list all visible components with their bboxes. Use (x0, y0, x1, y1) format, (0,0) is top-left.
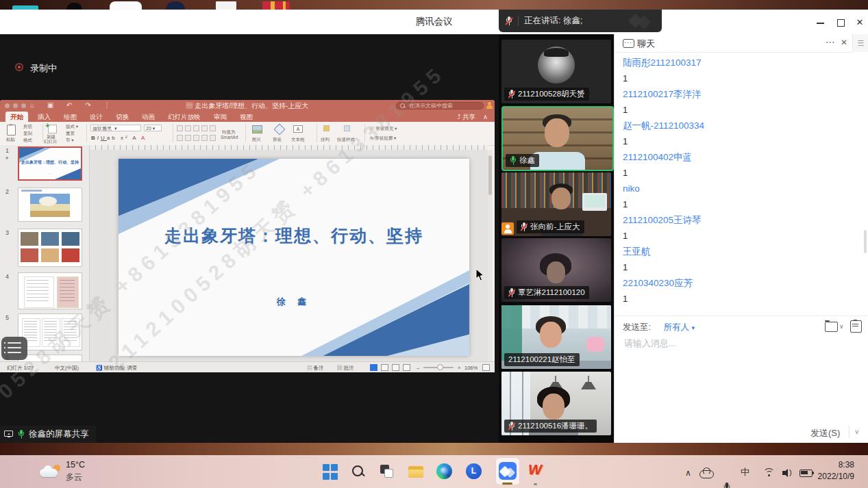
slideshow-button[interactable] (403, 364, 410, 371)
justify-button[interactable] (201, 135, 208, 141)
canvas-scrollbar[interactable] (488, 150, 493, 361)
accessibility-indicator[interactable]: ♿ 辅助功能: 调查 (96, 365, 138, 372)
taskbar-search-button[interactable] (350, 463, 367, 480)
quick-styles-icon[interactable] (344, 125, 350, 131)
video-tile-4[interactable]: 覃艺淋2112100120 (501, 238, 611, 302)
ppt-search-box[interactable] (396, 102, 484, 110)
clock-time[interactable]: 8:38 (812, 460, 854, 470)
paste-label[interactable]: 粘贴 (6, 137, 15, 143)
shape-fill-button[interactable]: ▨ 形状填充 ▾ (370, 126, 397, 132)
slide-4-thumbnail[interactable] (18, 272, 82, 309)
zoom-level[interactable]: 106% (464, 365, 478, 371)
weather-condition[interactable]: 多云 (66, 472, 82, 483)
white-app-icon[interactable] (110, 1, 142, 10)
layout-button[interactable]: 版式 ▾ (66, 124, 78, 130)
insert-shape-icon[interactable] (274, 124, 286, 136)
fit-window-button[interactable] (482, 364, 490, 371)
tab-animations[interactable]: 动画 (137, 112, 160, 122)
onedrive-icon[interactable] (699, 470, 714, 478)
file-chevron-icon[interactable]: ∨ (839, 323, 844, 330)
video-tile-1[interactable]: 2112100528胡天赟 (501, 40, 611, 103)
chat-menu-button[interactable]: ☰ (852, 34, 868, 52)
tab-draw[interactable]: 绘图 (59, 112, 82, 122)
video-tile-6[interactable]: 2112100516潘珊珊。 (501, 372, 611, 435)
tab-insert[interactable]: 插入 (33, 112, 55, 122)
zoom-slider-knob[interactable] (437, 364, 443, 370)
minimize-button[interactable] (813, 16, 828, 29)
spacing-button[interactable] (201, 125, 208, 131)
insert-textbox-icon[interactable]: A (293, 125, 303, 133)
indent-button[interactable] (193, 125, 199, 131)
slide-1-thumbnail[interactable]: 走出象牙塔：理想、行动、坚持 · · (18, 146, 82, 181)
battery-icon[interactable] (799, 470, 813, 477)
document-icon[interactable] (216, 1, 236, 10)
text-direction-button[interactable] (210, 135, 216, 141)
notes-button[interactable]: ▤ 备注 (307, 365, 324, 372)
align-right-button[interactable] (193, 135, 199, 141)
slide-3-thumbnail[interactable] (18, 229, 82, 267)
tencent-meeting-icon[interactable] (499, 462, 517, 480)
send-options-chevron-icon[interactable]: ∨ (854, 428, 859, 435)
chat-message-input[interactable] (623, 337, 858, 349)
reset-button[interactable]: 重置 (66, 131, 75, 137)
slide-2-thumbnail[interactable] (18, 188, 82, 222)
new-slide-label2[interactable]: 幻灯片 (44, 139, 58, 145)
winrar-icon[interactable] (262, 1, 290, 10)
ime-indicator[interactable]: 中 (741, 466, 749, 478)
file-explorer-button[interactable] (408, 463, 424, 480)
slide-editor[interactable]: 走出象牙塔：理想、行动、坚持 徐 鑫 (119, 159, 469, 356)
chat-close-button[interactable]: ✕ (841, 38, 847, 47)
normal-view-button[interactable] (370, 364, 377, 371)
language-indicator[interactable]: 中文(中国) (55, 365, 79, 372)
font-size-select[interactable]: 20 ▾ (144, 125, 162, 131)
insert-picture-icon[interactable] (252, 125, 262, 133)
comments-button[interactable]: ▥ 批注 (337, 365, 354, 372)
tab-transitions[interactable]: 切换 (111, 112, 134, 122)
account-icon[interactable] (486, 102, 493, 110)
lenovo-app-button[interactable]: L (466, 463, 482, 479)
smartart-label2[interactable]: SmartArt (221, 135, 238, 140)
tab-review[interactable]: 审阅 (209, 112, 232, 122)
tab-slideshow[interactable]: 幻灯片放映 (163, 112, 206, 122)
slide-sorter-button[interactable] (381, 364, 388, 371)
copy-button[interactable]: 复制 (23, 131, 32, 137)
chat-message-list[interactable]: 陆雨彤2112100317 1 2112100217李洋洋 1 赵一帆-2112… (623, 55, 856, 307)
new-slide-icon[interactable] (48, 125, 57, 133)
ppt-share-button[interactable]: ⤴ 共享 (458, 112, 475, 122)
slide-title-text[interactable]: 走出象牙塔：理想、行动、坚持 (119, 224, 469, 247)
tab-home[interactable]: 开始 (5, 112, 28, 122)
close-button[interactable]: ✕ (852, 16, 867, 29)
paste-icon[interactable] (7, 125, 16, 136)
tray-expand-icon[interactable]: ∧ (685, 468, 691, 478)
chat-scrollbar[interactable] (864, 230, 867, 253)
slide-6-thumbnail[interactable] (18, 355, 82, 361)
shape-label[interactable]: 形状 (273, 137, 282, 143)
tray-mic-icon[interactable] (723, 483, 731, 488)
reading-view-button[interactable] (392, 364, 399, 371)
video-tile-5[interactable]: 2112100221赵怡至 (501, 305, 611, 369)
ppt-search-input[interactable] (408, 102, 480, 110)
audience-selector[interactable]: 所有人 ▾ (663, 322, 695, 332)
ribbon-collapse-icon[interactable]: ∧ (483, 112, 488, 122)
annotation-toolbar-button[interactable] (1, 337, 27, 360)
wifi-icon[interactable] (762, 467, 775, 477)
numbering-button[interactable] (185, 125, 191, 131)
shape-outline-button[interactable]: ✎ 形状轮廓 ▾ (370, 136, 396, 142)
video-tile-3[interactable]: 张向前-上应大 (501, 172, 611, 236)
zoom-out-button[interactable]: – (417, 365, 419, 371)
weather-temp[interactable]: 15°C (66, 460, 85, 470)
announcement-icon[interactable] (850, 320, 862, 333)
edge-browser-button[interactable] (436, 463, 452, 479)
wps-office-button[interactable]: W (528, 461, 542, 478)
zoom-in-button[interactable]: + (458, 365, 460, 371)
font-style-buttons[interactable]: BIUab x² A A (91, 135, 147, 141)
maximize-button[interactable] (833, 16, 848, 29)
clock-date[interactable]: 2022/10/9 (812, 472, 854, 481)
weather-icon[interactable] (40, 465, 62, 478)
format-painter-button[interactable]: 格式 (23, 138, 32, 144)
arrange-icon[interactable] (323, 125, 330, 131)
slide-5-thumbnail[interactable] (18, 313, 82, 350)
align-center-button[interactable] (185, 135, 191, 141)
align-left-button[interactable] (177, 135, 183, 141)
tab-view[interactable]: 视图 (235, 112, 258, 122)
